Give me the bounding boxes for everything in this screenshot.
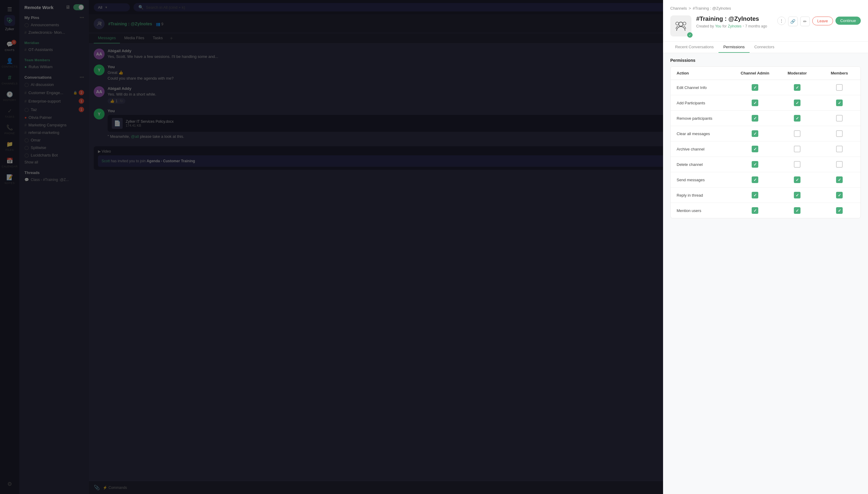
breadcrumb-sep: >	[689, 6, 691, 11]
checkbox-checked-icon	[836, 207, 843, 214]
perm-row-delete-channel: Delete channel	[671, 157, 861, 172]
perm-mod-archive-channel[interactable]	[776, 141, 818, 156]
tab-recent-conversations[interactable]: Recent Conversations	[670, 42, 718, 53]
perm-mem-mention-users[interactable]	[818, 203, 861, 218]
checkbox-unchecked-icon	[794, 146, 801, 152]
perm-admin-mention-users[interactable]	[734, 203, 776, 218]
rp-channel-details: #Training : @Zylnotes Created by You for…	[696, 15, 772, 28]
rp-body: Permissions Action Channel Admin Moderat…	[663, 53, 868, 494]
checkbox-checked-icon	[752, 84, 758, 91]
perm-mod-reply-thread[interactable]	[776, 188, 818, 203]
perm-admin-edit-channel[interactable]	[734, 80, 776, 95]
perm-admin-reply-thread[interactable]	[734, 188, 776, 203]
checkbox-checked-icon	[836, 176, 843, 183]
svg-point-4	[683, 22, 686, 25]
perm-mod-clear-messages[interactable]	[776, 126, 818, 141]
perm-admin-clear-messages[interactable]	[734, 126, 776, 141]
verified-badge: ✓	[687, 32, 693, 38]
checkbox-checked-icon	[794, 176, 801, 183]
perm-action-remove-participants: Remove participants	[671, 111, 734, 126]
perm-mod-edit-channel[interactable]	[776, 80, 818, 95]
checkbox-checked-icon	[794, 207, 801, 214]
tab-connectors[interactable]: Connectors	[750, 42, 779, 53]
checkbox-checked-icon	[752, 115, 758, 121]
checkbox-checked-icon	[752, 176, 758, 183]
checkbox-checked-icon	[836, 192, 843, 198]
checkbox-checked-icon	[752, 207, 758, 214]
perm-admin-add-participants[interactable]	[734, 95, 776, 110]
continue-button[interactable]: Continue	[835, 17, 861, 25]
perm-mod-send-messages[interactable]	[776, 172, 818, 187]
checkbox-checked-icon	[752, 192, 758, 198]
pt-header: Action Channel Admin Moderator Members	[671, 66, 861, 80]
perm-action-archive-channel: Archive channel	[671, 141, 734, 156]
perm-action-delete-channel: Delete channel	[671, 157, 734, 172]
checkbox-checked-icon	[794, 115, 801, 121]
edit-icon-button[interactable]: ✏	[800, 17, 810, 26]
checkbox-checked-icon	[752, 99, 758, 106]
perm-mem-remove-participants[interactable]	[818, 111, 861, 126]
perm-action-mention-users: Mention users	[671, 203, 734, 218]
checkbox-unchecked-icon	[836, 115, 843, 121]
perm-admin-send-messages[interactable]	[734, 172, 776, 187]
checkbox-checked-icon	[752, 130, 758, 137]
checkbox-unchecked-icon	[794, 161, 801, 168]
checkbox-checked-icon	[794, 192, 801, 198]
perm-row-send-messages: Send messages	[671, 172, 861, 188]
rp-channel-name: #Training : @Zylnotes	[696, 15, 772, 22]
permissions-table: Action Channel Admin Moderator Members E…	[670, 66, 861, 218]
tab-permissions[interactable]: Permissions	[718, 42, 750, 53]
breadcrumb: Channels > #Training : @Zylnotes	[670, 6, 861, 11]
perm-mod-remove-participants[interactable]	[776, 111, 818, 126]
perm-mem-archive-channel[interactable]	[818, 141, 861, 156]
right-panel: Channels > #Training : @Zylnotes ✓	[663, 0, 868, 494]
checkbox-unchecked-icon	[836, 84, 843, 91]
perm-row-clear-messages: Clear all messages	[671, 126, 861, 141]
perm-mem-send-messages[interactable]	[818, 172, 861, 187]
created-for-link[interactable]: Zylnotes	[728, 24, 742, 28]
checkbox-unchecked-icon	[836, 161, 843, 168]
link-icon-button[interactable]: 🔗	[788, 17, 798, 26]
breadcrumb-current: #Training : @Zylnotes	[693, 6, 731, 11]
perm-row-edit-channel: Edit Channel Info	[671, 80, 861, 95]
breadcrumb-channels-link[interactable]: Channels	[670, 6, 687, 11]
perm-mod-mention-users[interactable]	[776, 203, 818, 218]
checkbox-unchecked-icon	[836, 146, 843, 152]
perm-mod-add-participants[interactable]	[776, 95, 818, 110]
rp-action-icons: ⋮ 🔗 ✏ Leave Continue	[777, 15, 861, 26]
checkbox-checked-icon	[836, 99, 843, 106]
perm-mem-add-participants[interactable]	[818, 95, 861, 110]
rp-channel-avatar: ✓	[670, 15, 691, 37]
checkbox-checked-icon	[752, 161, 758, 168]
checkbox-checked-icon	[794, 84, 801, 91]
perm-mem-clear-messages[interactable]	[818, 126, 861, 141]
col-header-moderator: Moderator	[776, 66, 818, 80]
leave-button[interactable]: Leave	[812, 17, 833, 25]
rp-channel-info: ✓ #Training : @Zylnotes Created by You f…	[670, 15, 861, 41]
created-by-link[interactable]: You	[715, 24, 721, 28]
checkbox-checked-icon	[752, 146, 758, 152]
rp-channel-meta: Created by You for Zylnotes • 7 months a…	[696, 24, 772, 28]
svg-point-5	[676, 22, 679, 25]
perm-admin-archive-channel[interactable]	[734, 141, 776, 156]
perm-mem-delete-channel[interactable]	[818, 157, 861, 172]
perm-row-add-participants: Add Participants	[671, 95, 861, 111]
checkbox-checked-icon	[794, 99, 801, 106]
perm-action-send-messages: Send messages	[671, 172, 734, 187]
perm-admin-delete-channel[interactable]	[734, 157, 776, 172]
col-header-action: Action	[671, 66, 734, 80]
perm-action-reply-thread: Reply in thread	[671, 188, 734, 203]
perm-admin-remove-participants[interactable]	[734, 111, 776, 126]
perm-row-mention-users: Mention users	[671, 203, 861, 218]
svg-point-3	[679, 22, 683, 26]
permissions-section: Permissions Action Channel Admin Moderat…	[670, 53, 861, 221]
created-by-label: Created by	[696, 24, 714, 28]
perm-mod-delete-channel[interactable]	[776, 157, 818, 172]
perm-action-edit-channel: Edit Channel Info	[671, 80, 734, 95]
perm-mem-edit-channel[interactable]	[818, 80, 861, 95]
perm-row-reply-thread: Reply in thread	[671, 188, 861, 203]
more-options-button[interactable]: ⋮	[777, 17, 786, 25]
created-ago: 7 months ago	[745, 24, 767, 28]
perm-mem-reply-thread[interactable]	[818, 188, 861, 203]
checkbox-unchecked-icon	[836, 130, 843, 137]
